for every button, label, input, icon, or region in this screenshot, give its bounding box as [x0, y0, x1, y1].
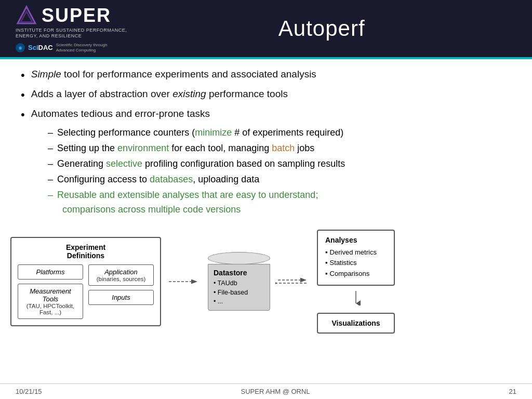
exp-inner-boxes: Platforms Measurement Tools (TAU, HPCToo…	[18, 264, 154, 319]
datastore-area: Datastore • TAUdb • File-based • ...	[208, 252, 270, 311]
slide-title: Autoperf	[127, 16, 516, 41]
logo-subtitle: INSTITUTE FOR SUSTAINED PERFORMANCE, ENE…	[16, 28, 127, 39]
visualizations-box: Visualizations	[317, 313, 395, 334]
application-label: Application	[93, 268, 149, 276]
scidac-label: SciDAC	[28, 44, 53, 51]
bullet-1: • Simple tool for performance experiment…	[21, 66, 511, 84]
measurement-tools-box: Measurement Tools (TAU, HPCToolkit,Fast,…	[18, 284, 83, 319]
right-column: Analyses ▪Derived metrics ▪Statistics ▪C…	[317, 230, 395, 334]
header: SUPER INSTITUTE FOR SUSTAINED PERFORMANC…	[0, 0, 532, 57]
bullet-2: • Adds a layer of abstraction over exist…	[21, 86, 511, 104]
sub-bullets: – Selecting performance counters (minimi…	[48, 126, 511, 217]
visualizations-title: Visualizations	[325, 319, 387, 327]
footer: 10/21/15 SUPER AHM @ ORNL 21	[0, 383, 532, 399]
scidac-subtitle: Scientific Discovery throughAdvanced Com…	[56, 43, 108, 52]
bullet-text-2: Adds a layer of abstraction over existin…	[31, 86, 288, 101]
sub-bullet-3: – Generating selective profiling configu…	[48, 157, 511, 171]
sub-bullet-2: – Setting up the environment for each to…	[48, 141, 511, 156]
diagram-area: ExperimentDefinitions Platforms Measurem…	[10, 230, 522, 334]
analyses-title: Analyses	[325, 236, 387, 244]
meas-tools-sub: (TAU, HPCToolkit,Fast, ...)	[22, 303, 78, 315]
analyses-item-3: ▪Comparisons	[325, 269, 387, 280]
dashed-arrow-icon	[166, 274, 203, 289]
platforms-box: Platforms	[18, 264, 83, 280]
meas-tools-label: Measurement Tools	[22, 287, 78, 303]
sub-bullet-5: – Reusable and extensible analyses that …	[48, 188, 511, 217]
footer-center: SUPER AHM @ ORNL	[241, 388, 310, 395]
application-sub: (binaries, sources)	[93, 276, 149, 282]
analyses-box: Analyses ▪Derived metrics ▪Statistics ▪C…	[317, 230, 395, 286]
logo-top: SUPER	[16, 5, 111, 26]
analyses-item-2: ▪Statistics	[325, 258, 387, 269]
down-arrow-svg	[351, 290, 361, 305]
logo-triangle-icon	[16, 5, 37, 26]
scidac-icon: ⚛	[16, 43, 25, 52]
datastore-cylinder: Datastore • TAUdb • File-based • ...	[208, 252, 270, 311]
bullet-3: • Automates tedious and error-prone task…	[21, 106, 511, 124]
svg-text:⚛: ⚛	[18, 46, 22, 51]
cylinder-body: Datastore • TAUdb • File-based • ...	[208, 264, 270, 311]
experiment-definitions-box: ExperimentDefinitions Platforms Measurem…	[10, 237, 161, 327]
exp-def-title: ExperimentDefinitions	[18, 243, 154, 261]
datastore-item-1: • TAUdb	[214, 279, 264, 288]
header-logo: SUPER INSTITUTE FOR SUSTAINED PERFORMANC…	[16, 5, 127, 53]
bullet-dot-1: •	[21, 66, 25, 84]
platforms-label: Platforms	[22, 268, 78, 276]
inputs-box: Inputs	[88, 290, 154, 305]
datastore-item-3: • ...	[214, 297, 264, 307]
logo-super-text: SUPER	[42, 5, 111, 26]
exp-right-column: Application (binaries, sources) Inputs	[88, 264, 154, 319]
bullet-dot-3: •	[21, 106, 25, 124]
datastore-item-2: • File-based	[214, 288, 264, 298]
inputs-label: Inputs	[93, 294, 149, 301]
teal-accent-line	[0, 57, 532, 59]
datastore-title: Datastore	[214, 269, 264, 277]
sub-bullet-1: – Selecting performance counters (minimi…	[48, 126, 511, 140]
slide-content: • Simple tool for performance experiment…	[0, 57, 532, 223]
exp-to-datastore-arrow	[166, 274, 203, 289]
analyses-item-1: ▪Derived metrics	[325, 247, 387, 258]
bullet-dot-2: •	[21, 86, 25, 104]
dashed-arrow-right-icon	[275, 274, 312, 289]
cylinder-top	[208, 252, 270, 264]
exp-left-column: Platforms Measurement Tools (TAU, HPCToo…	[18, 264, 83, 319]
datastore-to-analyses-arrow	[275, 274, 312, 289]
footer-page: 21	[509, 388, 516, 395]
sub-bullet-4: – Configuring access to databases, uploa…	[48, 172, 511, 187]
footer-date: 10/21/15	[16, 388, 42, 395]
down-arrow-icon	[351, 290, 361, 309]
scidac-row: ⚛ SciDAC Scientific Discovery throughAdv…	[16, 43, 107, 52]
application-box: Application (binaries, sources)	[88, 264, 154, 286]
bullet-text-1: Simple tool for performance experiments …	[31, 66, 316, 82]
bullet-text-3: Automates tedious and error-prone tasks	[31, 106, 210, 121]
